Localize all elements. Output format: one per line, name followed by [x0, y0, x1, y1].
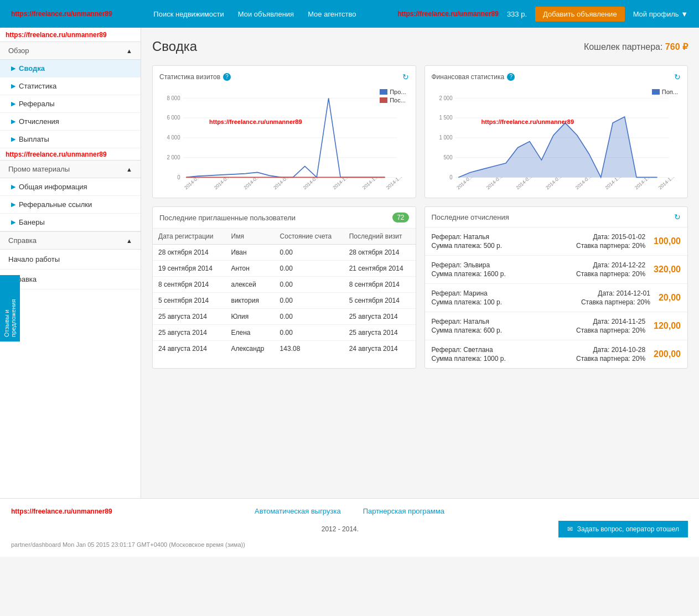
cell-balance: 0.00 [275, 325, 344, 341]
cell-balance: 0.00 [275, 309, 344, 325]
visits-legend-item-2: Пос... [380, 97, 406, 103]
arrow-right-icon-reflinks: ▶ [11, 201, 15, 208]
cell-balance: 0.00 [275, 245, 344, 261]
visits-chart-area: https://freelance.ru/unmanner89 8 000 6 … [159, 86, 409, 191]
cell-last-visit: 24 августа 2014 [344, 341, 416, 357]
deduction-left: Реферал: Светлана Дата: 2014-10-28 Сумма… [432, 346, 646, 363]
finance-chart-svg: 2 000 1 500 1 000 500 0 2014-0... 2014-0… [432, 86, 681, 191]
svg-text:500: 500 [443, 154, 453, 161]
visits-info-icon[interactable]: ? [223, 73, 231, 81]
feedback-tab[interactable]: Отзывы и предложения [0, 275, 20, 341]
sidebar-help-label: Справка [8, 236, 37, 245]
finance-chart-title: Финансовая статистика [432, 73, 505, 81]
sidebar-item-banners[interactable]: ▶ Банеры [0, 214, 141, 231]
nav-right: https://freelance.ru/unmanner89 333 р. Д… [397, 7, 688, 22]
deduction-rate: Ставка партнера: 20% [576, 355, 645, 363]
finance-refresh-icon[interactable]: ↻ [674, 73, 681, 81]
svg-text:0: 0 [449, 174, 453, 180]
arrow-right-icon-referrals: ▶ [11, 100, 15, 107]
sidebar-item-referrals[interactable]: ▶ Рефералы [0, 95, 141, 113]
visits-legend: Про... Пос... [380, 89, 406, 103]
arrow-right-icon-payouts: ▶ [11, 136, 15, 143]
deduction-date: Дата: 2014-10-28 [593, 346, 645, 354]
svg-text:2014-0...: 2014-0... [302, 174, 320, 190]
svg-text:2014-0...: 2014-0... [213, 174, 231, 190]
sidebar-item-general-info[interactable]: ▶ Общая информация [0, 178, 141, 196]
visits-legend-label-1: Про... [390, 89, 406, 95]
sidebar-section-overview[interactable]: Обзор ▲ [0, 42, 141, 60]
cell-date-reg: 28 октября 2014 [153, 245, 226, 261]
sidebar-promo-label: Промо материалы [8, 165, 70, 173]
sidebar-item-statistics[interactable]: ▶ Статистика [0, 77, 141, 95]
deduction-row-2: Сумма платежа: 500 р. Ставка партнера: 2… [432, 242, 646, 250]
profile-button[interactable]: Мой профиль ▼ [633, 10, 688, 18]
cell-name: Елена [226, 325, 275, 341]
cell-date-reg: 25 августа 2014 [153, 325, 226, 341]
footer-copyright: 2012 - 2014. [322, 525, 359, 533]
sidebar-section-help[interactable]: Справка ▲ [0, 231, 141, 250]
nav-links: Поиск недвижимости Мои объявления Мое аг… [112, 10, 397, 18]
deduction-date: Дата: 2015-01-02 [593, 233, 645, 241]
nav-search-real-estate[interactable]: Поиск недвижимости [153, 10, 224, 18]
sidebar-item-svodka[interactable]: ▶ Сводка [0, 60, 141, 77]
deduction-rate: Ставка партнера: 20% [581, 298, 650, 306]
deduction-item: Реферал: Наталья Дата: 2014-11-25 Сумма … [425, 312, 688, 340]
deduction-payment: Сумма платежа: 100 р. [432, 298, 503, 306]
deduction-left: Реферал: Марина Дата: 2014-12-01 Сумма п… [432, 289, 650, 306]
sidebar-section-promo[interactable]: Промо материалы ▲ [0, 160, 141, 178]
sidebar-item-label-payouts: Выплаты [19, 135, 49, 143]
add-listing-button[interactable]: Добавить объявление [535, 7, 625, 22]
operator-button[interactable]: ✉ Задать вопрос, оператор отошел [558, 521, 688, 537]
visits-chart-box: Статистика визитов ? ↻ https://freelance… [152, 65, 416, 198]
deduction-row-1: Реферал: Марина Дата: 2014-12-01 [432, 289, 650, 297]
visits-legend-label-2: Пос... [390, 97, 406, 103]
footer-timestamp-row: partner/dashboard Mon Jan 05 2015 23:01:… [11, 540, 688, 548]
sidebar-item-payouts[interactable]: ▶ Выплаты [0, 131, 141, 148]
deduction-row-1: Реферал: Наталья Дата: 2014-11-25 [432, 318, 646, 325]
col-name: Имя [226, 229, 275, 245]
deductions-refresh-icon[interactable]: ↻ [674, 213, 681, 221]
top-nav: https://freelance.ru/unmanner89 Поиск не… [0, 0, 699, 28]
nav-my-agency[interactable]: Мое агентство [308, 10, 356, 18]
deduction-item: Реферал: Светлана Дата: 2014-10-28 Сумма… [425, 340, 688, 368]
cell-balance: 0.00 [275, 293, 344, 309]
cell-name: Антон [226, 261, 275, 277]
nav-balance: 333 р. [507, 10, 527, 18]
chevron-up-icon-help: ▲ [126, 237, 132, 244]
footer-bottom: 2012 - 2014. ✉ Задать вопрос, оператор о… [11, 521, 688, 537]
deduction-amount: 20,00 [659, 293, 681, 303]
footer-timestamp: partner/dashboard Mon Jan 05 2015 23:01:… [11, 541, 245, 548]
svg-text:2 000: 2 000 [439, 95, 453, 101]
svg-text:1 000: 1 000 [439, 134, 453, 141]
deduction-referral: Реферал: Эльвира [432, 261, 490, 269]
finance-legend-label-1: Поп... [662, 89, 678, 95]
deduction-referral: Реферал: Наталья [432, 233, 490, 241]
sidebar-overview-label: Обзор [8, 46, 29, 55]
footer-link-export[interactable]: Автоматическая выгрузка [255, 507, 341, 515]
watermark-chart1: https://freelance.ru/unmanner89 [209, 118, 302, 125]
invited-users-header: Последние приглашенные пользователи 72 [153, 207, 416, 229]
deduction-referral: Реферал: Светлана [432, 346, 493, 354]
visits-refresh-icon[interactable]: ↻ [402, 73, 409, 81]
sidebar-item-label-statistics: Статистика [19, 82, 56, 90]
sidebar-item-deductions[interactable]: ▶ Отчисления [0, 113, 141, 131]
main-layout: https://freelance.ru/unmanner89 Обзор ▲ … [0, 28, 699, 498]
deduction-amount: 120,00 [654, 321, 681, 331]
arrow-right-icon-svodka: ▶ [11, 65, 15, 72]
cell-balance: 0.00 [275, 261, 344, 277]
finance-legend: Поп... [652, 89, 678, 95]
sidebar-item-help[interactable]: Справка [0, 270, 141, 289]
footer-link-partner[interactable]: Партнерская программа [363, 507, 444, 515]
deduction-left: Реферал: Эльвира Дата: 2014-12-22 Сумма … [432, 261, 646, 278]
nav-my-listings[interactable]: Мои объявления [238, 10, 294, 18]
sidebar-item-label-deductions: Отчисления [19, 117, 59, 126]
svg-text:2014-1...: 2014-1... [385, 174, 403, 190]
sidebar-item-getting-started[interactable]: Начало работы [0, 250, 141, 270]
finance-info-icon[interactable]: ? [507, 73, 515, 81]
col-last-visit: Последний визит [344, 229, 416, 245]
finance-chart-area: https://freelance.ru/unmanner89 2 000 1 … [432, 86, 681, 191]
sidebar-item-ref-links[interactable]: ▶ Реферальные ссылки [0, 196, 141, 214]
sidebar-item-label-general: Общая информация [19, 183, 87, 191]
table-header-row: Дата регистрации Имя Состояние счета Пос… [153, 229, 416, 245]
svg-text:2014-1...: 2014-1... [361, 174, 379, 190]
